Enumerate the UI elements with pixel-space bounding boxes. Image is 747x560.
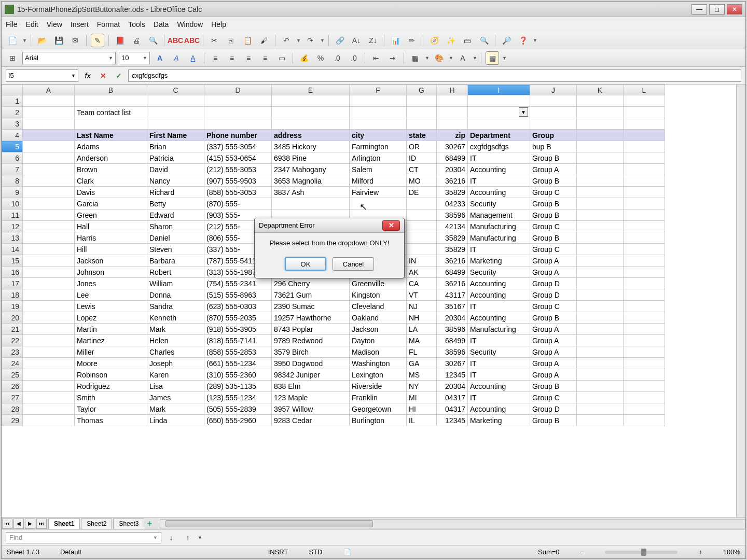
- cell-C22[interactable]: Helen: [147, 335, 204, 346]
- undo-icon[interactable]: ↶: [280, 34, 293, 47]
- cell-J23[interactable]: Group A: [530, 346, 577, 358]
- cell-H1[interactable]: [437, 95, 468, 107]
- cell-K25[interactable]: [577, 369, 624, 381]
- cell-B27[interactable]: Smith: [75, 392, 147, 403]
- cell-E19[interactable]: 2390 Sumac: [272, 301, 350, 312]
- cell-D24[interactable]: (661) 555-1234: [204, 358, 272, 369]
- cell-C11[interactable]: Edward: [147, 209, 204, 221]
- cell-H27[interactable]: 04317: [437, 392, 468, 403]
- cell-dropdown-icon[interactable]: ▼: [519, 107, 528, 117]
- cell-B26[interactable]: Rodriguez: [75, 381, 147, 392]
- preview-icon[interactable]: 🔍: [146, 34, 160, 47]
- cell-B16[interactable]: Johnson: [75, 267, 147, 278]
- function-wizard-icon[interactable]: fx: [81, 69, 94, 82]
- cell-A6[interactable]: [23, 152, 75, 164]
- col-header-A[interactable]: A: [23, 85, 75, 95]
- row-header-12[interactable]: 12: [2, 221, 23, 232]
- cell-I15[interactable]: Marketing: [468, 255, 530, 267]
- cell-J7[interactable]: Group A: [530, 164, 577, 175]
- cell-A14[interactable]: [23, 244, 75, 255]
- cell-J9[interactable]: Group C: [530, 187, 577, 198]
- cell-K1[interactable]: [577, 95, 624, 107]
- cell-L4[interactable]: [624, 130, 665, 141]
- cell-C28[interactable]: Mark: [147, 403, 204, 415]
- cell-J20[interactable]: Group B: [530, 312, 577, 324]
- cell-D1[interactable]: [204, 95, 272, 107]
- maximize-button[interactable]: ◻: [709, 4, 725, 15]
- cell-I26[interactable]: Accounting: [468, 381, 530, 392]
- cell-E7[interactable]: 2347 Mahogany: [272, 164, 350, 175]
- cell-C23[interactable]: Charles: [147, 346, 204, 358]
- close-button[interactable]: ✕: [727, 4, 742, 15]
- dialog-close-icon[interactable]: ✕: [382, 220, 400, 231]
- cell-A26[interactable]: [23, 381, 75, 392]
- cell-E20[interactable]: 19257 Hawthorne: [272, 312, 350, 324]
- tab-prev-icon[interactable]: ◀: [13, 519, 24, 529]
- cell-C2[interactable]: [147, 107, 204, 118]
- accept-input-icon[interactable]: ✓: [113, 69, 125, 82]
- cell-G25[interactable]: MS: [407, 369, 437, 381]
- row-header-28[interactable]: 28: [2, 403, 23, 415]
- cell-B3[interactable]: [75, 118, 147, 130]
- row-header-5[interactable]: 5: [2, 141, 23, 152]
- row-header-26[interactable]: 26: [2, 381, 23, 392]
- cell-A29[interactable]: [23, 415, 75, 426]
- gallery-icon[interactable]: ✨: [444, 34, 458, 47]
- cell-J12[interactable]: Group C: [530, 221, 577, 232]
- col-header-K[interactable]: K: [577, 85, 624, 95]
- add-decimal-icon[interactable]: .0: [330, 51, 344, 65]
- cell-B1[interactable]: [75, 95, 147, 107]
- cell-H18[interactable]: 43117: [437, 289, 468, 301]
- row-header-21[interactable]: 21: [2, 324, 23, 335]
- col-header-C[interactable]: C: [147, 85, 204, 95]
- cell-K5[interactable]: [577, 141, 624, 152]
- cell-I21[interactable]: Manufacturing: [468, 324, 530, 335]
- sheet-tab-sheet2[interactable]: Sheet2: [81, 519, 112, 529]
- underline-icon[interactable]: A: [186, 51, 200, 65]
- find-replace-icon[interactable]: 🔎: [500, 34, 513, 47]
- cell-E24[interactable]: 3950 Dogwood: [272, 358, 350, 369]
- cell-D7[interactable]: (212) 555-3053: [204, 164, 272, 175]
- bold-icon[interactable]: A: [153, 51, 167, 65]
- cell-K12[interactable]: [577, 221, 624, 232]
- increase-indent-icon[interactable]: ⇥: [386, 51, 399, 65]
- bgcolor-icon[interactable]: 🎨: [432, 51, 446, 65]
- italic-icon[interactable]: A: [170, 51, 183, 65]
- add-sheet-icon[interactable]: +: [144, 519, 155, 529]
- open-icon[interactable]: 📂: [35, 34, 49, 47]
- datasources-icon[interactable]: 🗃: [461, 34, 474, 47]
- cell-K15[interactable]: [577, 255, 624, 267]
- row-header-14[interactable]: 14: [2, 244, 23, 255]
- cell-E22[interactable]: 9789 Redwood: [272, 335, 350, 346]
- cell-D10[interactable]: (870) 555-: [204, 198, 272, 209]
- cell-E27[interactable]: 123 Maple: [272, 392, 350, 403]
- autospell-icon[interactable]: ABC: [185, 34, 199, 47]
- cell-F2[interactable]: [350, 107, 407, 118]
- cell-I10[interactable]: Security: [468, 198, 530, 209]
- cell-I28[interactable]: Accounting: [468, 403, 530, 415]
- formula-input[interactable]: cxgfdgsdfgs: [128, 69, 741, 82]
- help-icon[interactable]: ❓: [516, 34, 530, 47]
- cell-H25[interactable]: 12345: [437, 369, 468, 381]
- cell-G14[interactable]: [407, 244, 437, 255]
- cell-A1[interactable]: [23, 95, 75, 107]
- cell-L17[interactable]: [624, 278, 665, 289]
- row-header-15[interactable]: 15: [2, 255, 23, 267]
- row-header-8[interactable]: 8: [2, 175, 23, 187]
- status-zoom[interactable]: 100%: [723, 548, 740, 556]
- cell-A24[interactable]: [23, 358, 75, 369]
- cell-K24[interactable]: [577, 358, 624, 369]
- grid-icon[interactable]: ▦: [486, 51, 499, 65]
- cell-J6[interactable]: Group B: [530, 152, 577, 164]
- cell-G7[interactable]: CT: [407, 164, 437, 175]
- cell-J4[interactable]: Group: [530, 130, 577, 141]
- cell-H20[interactable]: 20304: [437, 312, 468, 324]
- cell-L25[interactable]: [624, 369, 665, 381]
- cell-E2[interactable]: [272, 107, 350, 118]
- cell-B22[interactable]: Martinez: [75, 335, 147, 346]
- cell-F24[interactable]: Washington: [350, 358, 407, 369]
- cell-A9[interactable]: [23, 187, 75, 198]
- cell-F25[interactable]: Lexington: [350, 369, 407, 381]
- cell-B5[interactable]: Adams: [75, 141, 147, 152]
- cell-B18[interactable]: Lee: [75, 289, 147, 301]
